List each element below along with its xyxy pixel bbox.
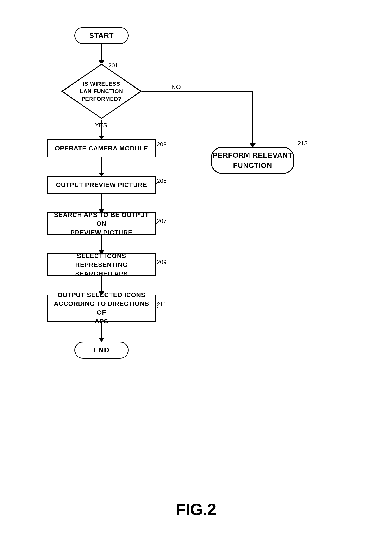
figure-label: FIG.2 bbox=[176, 500, 216, 519]
step207-node: SEARCH APS TO BE OUTPUT ON PREVIEW PICTU… bbox=[47, 212, 156, 235]
step209-node: SELECT ICONS REPRESENTING SEARCHED APS bbox=[47, 254, 156, 276]
no-label: NO bbox=[171, 83, 181, 91]
step203-node: OPERATE CAMERA MODULE bbox=[47, 139, 156, 157]
flowchart: START IS WIRELESS LAN FUNCTION PERFORMED… bbox=[0, 14, 392, 487]
step211-node: OUTPUT SELECTED ICONS ACCORDING TO DIREC… bbox=[47, 294, 156, 322]
step213-node: PERFORM RELEVANT FUNCTION bbox=[211, 147, 294, 174]
start-node: START bbox=[74, 27, 129, 44]
decision-node: IS WIRELESS LAN FUNCTION PERFORMED? bbox=[61, 63, 142, 120]
step205-node: OUTPUT PREVIEW PICTURE bbox=[47, 176, 156, 194]
ref201-label: 201 bbox=[108, 62, 118, 69]
end-node: END bbox=[74, 342, 129, 359]
svg-marker-7 bbox=[99, 338, 104, 342]
